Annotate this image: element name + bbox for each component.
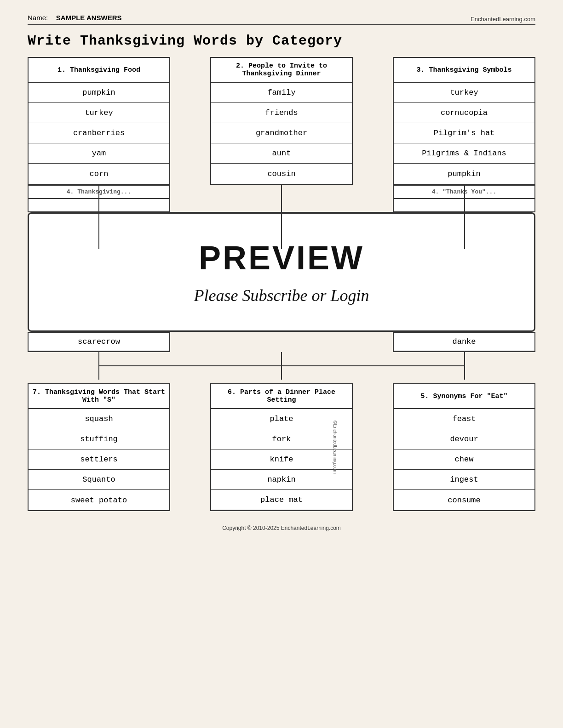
cat7-item-3: Squanto <box>29 470 169 490</box>
bottom-three: 7. Thanksgiving Words That Start With "S… <box>28 383 535 511</box>
header: Name: SAMPLE ANSWERS EnchantedLearning.c… <box>28 14 535 25</box>
connector-bottom-svg <box>28 352 535 380</box>
cat1-item-1: turkey <box>29 103 169 123</box>
cat7-item-1: stuffing <box>29 429 169 449</box>
middle-section: 4. Thanksgiving... 4. "Thanks You"... PR… <box>28 185 535 380</box>
partial-right-box: 4. "Thanks You"... <box>393 185 535 212</box>
cat6-item-3: napkin <box>211 470 352 490</box>
cat2-header: 2. People to Invite to Thanksgiving Dinn… <box>211 58 352 83</box>
name-label: Name: <box>28 14 48 22</box>
preview-subtitle: Please Subscribe or Login <box>194 286 369 305</box>
scarecrow-danke-row: scarecrow danke <box>28 332 535 352</box>
name-value: SAMPLE ANSWERS <box>56 14 122 22</box>
cat3-item-0: turkey <box>394 83 534 103</box>
cat7-item-2: settlers <box>29 449 169 470</box>
page-title: Write Thanksgiving Words by Category <box>28 33 535 49</box>
category-box-3: 3. Thanksgiving Symbols turkey cornucopi… <box>393 57 535 185</box>
cat2-item-3: aunt <box>211 143 352 164</box>
cat1-item-2: cranberries <box>29 123 169 143</box>
scarecrow-item: scarecrow <box>29 333 169 351</box>
cat2-item-0: family <box>211 83 352 103</box>
cat6-item-0: plate <box>211 409 352 429</box>
name-area: Name: SAMPLE ANSWERS <box>28 14 122 23</box>
category-box-6: 6. Parts of a Dinner Place Setting plate… <box>210 383 353 511</box>
cat7-item-0: squash <box>29 409 169 429</box>
cat5-item-3: ingest <box>394 470 534 490</box>
cat1-header: 1. Thanksgiving Food <box>29 58 169 83</box>
danke-item: danke <box>394 333 534 351</box>
danke-box: danke <box>393 332 535 352</box>
cat2-item-4: cousin <box>211 164 352 184</box>
partial-top-row: 4. Thanksgiving... 4. "Thanks You"... <box>28 185 535 212</box>
partial-left-box: 4. Thanksgiving... <box>28 185 170 212</box>
cat6-item-2: knife <box>211 449 352 470</box>
copyright: Copyright © 2010-2025 EnchantedLearning.… <box>28 525 535 531</box>
cat1-item-0: pumpkin <box>29 83 169 103</box>
cat3-item-2: Pilgrim's hat <box>394 123 534 143</box>
cat1-item-4: corn <box>29 164 169 184</box>
site-name: EnchantedLearning.com <box>471 16 535 23</box>
cat6-item-1: fork <box>211 429 352 449</box>
partial-left-header: 4. Thanksgiving... <box>29 186 169 199</box>
top-row: 1. Thanksgiving Food pumpkin turkey cran… <box>28 57 535 185</box>
cat7-header: 7. Thanksgiving Words That Start With "S… <box>29 384 169 409</box>
cat5-header: 5. Synonyms For "Eat" <box>394 384 534 409</box>
cat5-item-4: consume <box>394 490 534 510</box>
cat3-item-3: Pilgrims & Indians <box>394 143 534 164</box>
cat6-item-4: place mat <box>211 490 352 510</box>
preview-overlay: PREVIEW Please Subscribe or Login <box>28 212 535 332</box>
category-box-1: 1. Thanksgiving Food pumpkin turkey cran… <box>28 57 170 185</box>
category-box-5: 5. Synonyms For "Eat" feast devour chew … <box>393 383 535 511</box>
preview-box: PREVIEW Please Subscribe or Login <box>28 212 535 332</box>
cat2-item-1: friends <box>211 103 352 123</box>
page: Name: SAMPLE ANSWERS EnchantedLearning.c… <box>0 0 563 728</box>
cat5-item-0: feast <box>394 409 534 429</box>
partial-right-header: 4. "Thanks You"... <box>394 186 534 199</box>
category-box-7: 7. Thanksgiving Words That Start With "S… <box>28 383 170 511</box>
cat3-item-4: pumpkin <box>394 164 534 184</box>
cat6-header: 6. Parts of a Dinner Place Setting <box>211 384 352 409</box>
cat1-item-3: yam <box>29 143 169 164</box>
cat3-header: 3. Thanksgiving Symbols <box>394 58 534 83</box>
watermark: ©EnchantedLearning.com <box>333 421 338 474</box>
cat3-item-1: cornucopia <box>394 103 534 123</box>
cat5-item-2: chew <box>394 449 534 470</box>
cat7-item-4: sweet potato <box>29 490 169 510</box>
preview-title: PREVIEW <box>199 239 364 277</box>
cat2-item-2: grandmother <box>211 123 352 143</box>
scarecrow-box: scarecrow <box>28 332 170 352</box>
category-box-2: 2. People to Invite to Thanksgiving Dinn… <box>210 57 353 185</box>
cat5-item-1: devour <box>394 429 534 449</box>
